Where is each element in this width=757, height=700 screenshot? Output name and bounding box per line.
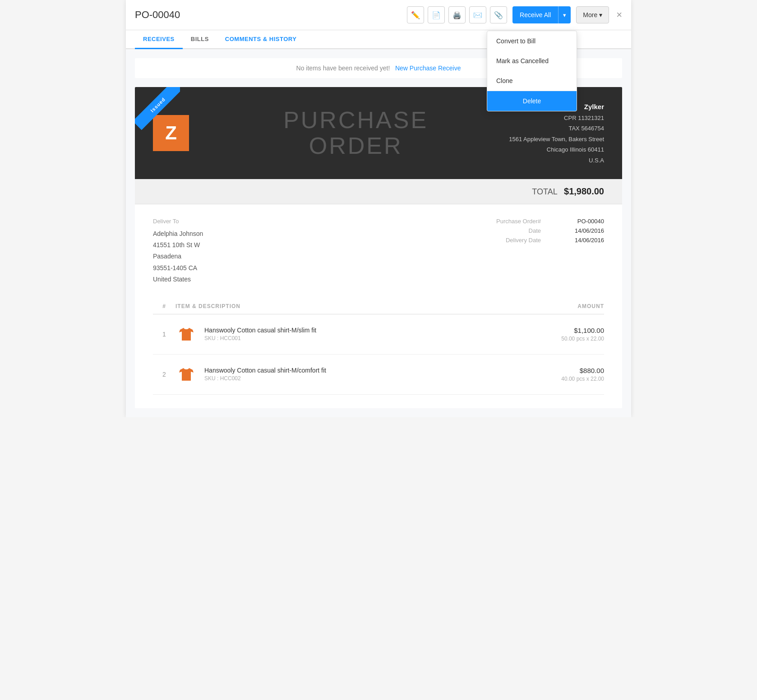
date-row: Date 14/06/2016 (496, 227, 604, 234)
item-icon-1 (175, 323, 197, 345)
tab-receives[interactable]: RECEIVES (135, 30, 183, 49)
tab-comments[interactable]: COMMENTS & HISTORY (217, 30, 305, 49)
total-value: $1,980.00 (564, 186, 604, 196)
company-cpr: CPR 11321321 (509, 113, 604, 123)
dropdown-mark-as-cancelled[interactable]: Mark as Cancelled (487, 51, 577, 71)
recipient-address1: 41551 10th St W (153, 239, 478, 251)
deliver-to-value: Adelphia Johnson 41551 10th St W Pasaden… (153, 228, 478, 285)
item-qty-1: 50.00 pcs x 22.00 (514, 336, 604, 342)
receive-all-group: Receive All ▾ (512, 6, 571, 23)
no-items-text: No items have been received yet! (296, 64, 390, 72)
tab-bills[interactable]: BILLS (183, 30, 217, 49)
pdf-button[interactable]: 📄 (428, 6, 445, 23)
company-address2: Chicago Illinois 60411 (509, 144, 604, 155)
date-value: 14/06/2016 (559, 227, 604, 234)
item-content-1: Hanswooly Cotton casual shirt-M/slim fit… (175, 323, 514, 345)
dropdown-clone[interactable]: Clone (487, 71, 577, 91)
dropdown-delete[interactable]: Delete (487, 91, 577, 111)
table-row: 2 Hanswooly Cotton casual shirt-M/comfor… (153, 355, 604, 395)
receive-all-dropdown-button[interactable]: ▾ (558, 6, 571, 23)
header-amount: AMOUNT (514, 303, 604, 309)
po-number-row: Purchase Order# PO-00040 (496, 218, 604, 225)
item-price-1: $1,100.00 (514, 327, 604, 334)
item-amount-1: $1,100.00 50.00 pcs x 22.00 (514, 327, 604, 342)
recipient-address2: Pasadena (153, 251, 478, 262)
delivery-date-row: Delivery Date 14/06/2016 (496, 237, 604, 244)
deliver-to-section: Deliver To Adelphia Johnson 41551 10th S… (153, 218, 478, 285)
ribbon-text: Issued (135, 87, 180, 130)
company-tax: TAX 5646754 (509, 123, 604, 134)
item-amount-2: $880.00 40.00 pcs x 22.00 (514, 367, 604, 382)
item-qty-2: 40.00 pcs x 22.00 (514, 376, 604, 382)
item-content-2: Hanswooly Cotton casual shirt-M/comfort … (175, 364, 514, 385)
header-item-desc: ITEM & DESCRIPTION (175, 303, 514, 309)
dropdown-convert-to-bill[interactable]: Convert to Bill (487, 31, 577, 51)
delivery-date-label: Delivery Date (506, 237, 541, 244)
edit-button[interactable]: ✏️ (407, 6, 424, 23)
item-info-1: Hanswooly Cotton casual shirt-M/slim fit… (204, 327, 316, 341)
item-info-2: Hanswooly Cotton casual shirt-M/comfort … (204, 367, 326, 382)
po-meta-section: Purchase Order# PO-00040 Date 14/06/2016… (496, 218, 604, 285)
close-button[interactable]: × (616, 9, 622, 21)
more-button[interactable]: More ▾ (576, 6, 609, 23)
item-icon-2 (175, 364, 197, 385)
po-title-line2: ORDER (203, 133, 509, 159)
table-row: 1 Hanswooly Cotton casual shirt-M/slim f… (153, 314, 604, 355)
item-name-2: Hanswooly Cotton casual shirt-M/comfort … (204, 367, 326, 374)
item-num-1: 1 (153, 331, 175, 338)
recipient-name: Adelphia Johnson (153, 228, 478, 239)
total-label: TOTAL (532, 187, 557, 196)
po-title-line1: PURCHASE (203, 107, 509, 133)
item-name-1: Hanswooly Cotton casual shirt-M/slim fit (204, 327, 316, 334)
recipient-address3: 93551-1405 CA (153, 262, 478, 274)
header-num: # (153, 303, 175, 309)
date-label: Date (529, 227, 541, 234)
item-sku-1: SKU : HCC001 (204, 335, 316, 341)
email-button[interactable]: ✉️ (469, 6, 486, 23)
company-address3: U.S.A (509, 155, 604, 166)
po-title-center: PURCHASE ORDER (203, 107, 509, 159)
receive-all-button[interactable]: Receive All (512, 6, 558, 23)
print-button[interactable]: 🖨️ (448, 6, 466, 23)
recipient-country: United States (153, 274, 478, 285)
toolbar: ✏️ 📄 🖨️ ✉️ 📎 (407, 6, 507, 23)
page-title: PO-00040 (135, 9, 402, 21)
delivery-date-value: 14/06/2016 (559, 237, 604, 244)
deliver-to-label: Deliver To (153, 218, 478, 225)
company-address1: 1561 Appleview Town, Bakers Street (509, 134, 604, 144)
po-items-table: # ITEM & DESCRIPTION AMOUNT 1 (135, 299, 622, 408)
issued-ribbon: Issued (135, 87, 180, 132)
more-dropdown-menu: Convert to Bill Mark as Cancelled Clone … (487, 31, 577, 111)
new-purchase-receive-link[interactable]: New Purchase Receive (395, 64, 461, 72)
item-num-2: 2 (153, 371, 175, 378)
po-document: Issued Z PURCHASE ORDER Zylker CPR 11321… (135, 87, 622, 408)
item-sku-2: SKU : HCC002 (204, 375, 326, 382)
po-number-value: PO-00040 (559, 218, 604, 225)
items-table-header: # ITEM & DESCRIPTION AMOUNT (153, 299, 604, 314)
po-title: PURCHASE ORDER (203, 107, 509, 159)
po-details: Deliver To Adelphia Johnson 41551 10th S… (135, 204, 622, 299)
po-number-label: Purchase Order# (496, 218, 541, 225)
item-price-2: $880.00 (514, 367, 604, 374)
po-total-bar: TOTAL $1,980.00 (135, 179, 622, 204)
attach-button[interactable]: 📎 (490, 6, 507, 23)
